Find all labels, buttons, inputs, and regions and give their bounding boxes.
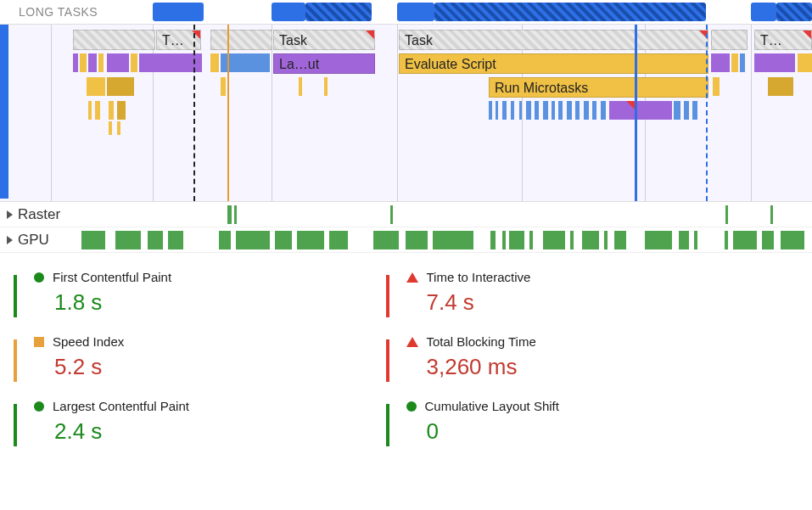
gpu-seg[interactable] (373, 231, 399, 249)
seg[interactable] (567, 101, 572, 120)
layout-segment[interactable]: La…ut (273, 53, 375, 74)
seg[interactable] (88, 53, 97, 72)
gpu-seg[interactable] (509, 231, 524, 249)
long-task-block[interactable] (776, 3, 812, 21)
long-task-block[interactable] (397, 3, 434, 21)
seg[interactable] (713, 77, 720, 96)
gpu-seg[interactable] (490, 231, 496, 249)
gpu-seg[interactable] (762, 231, 774, 249)
seg[interactable] (73, 53, 78, 72)
seg[interactable] (109, 101, 114, 120)
gpu-seg[interactable] (694, 231, 697, 249)
expand-icon[interactable] (7, 210, 13, 219)
seg[interactable] (711, 53, 730, 72)
long-task-block[interactable] (751, 3, 776, 21)
metric-lcp[interactable]: Largest Contentful Paint 2.4 s (34, 392, 406, 457)
gpu-seg[interactable] (529, 231, 533, 249)
metric-tti[interactable]: Time to Interactive 7.4 s (406, 263, 779, 328)
gpu-seg[interactable] (329, 231, 348, 249)
metric-fcp[interactable]: First Contentful Paint 1.8 s (34, 263, 406, 328)
gpu-seg[interactable] (733, 231, 757, 249)
seg[interactable] (768, 77, 793, 96)
long-task-block[interactable] (153, 3, 204, 21)
seg[interactable] (489, 101, 492, 120)
raster-label[interactable]: Raster (0, 206, 67, 223)
raster-seg[interactable] (390, 205, 393, 224)
seg[interactable] (592, 101, 596, 120)
gpu-seg[interactable] (236, 231, 270, 249)
seg[interactable] (609, 101, 635, 120)
gpu-seg[interactable] (725, 231, 728, 249)
seg[interactable] (107, 53, 129, 72)
seg[interactable] (87, 77, 105, 96)
gpu-seg[interactable] (679, 231, 689, 249)
seg[interactable] (107, 77, 134, 96)
seg[interactable] (636, 101, 672, 120)
raster-seg[interactable] (770, 205, 773, 224)
seg[interactable] (754, 53, 795, 72)
task-segment[interactable]: Task (399, 30, 708, 50)
task-segment[interactable] (73, 30, 155, 50)
gpu-seg[interactable] (168, 231, 183, 249)
seg[interactable] (798, 53, 812, 72)
seg[interactable] (88, 101, 92, 120)
seg[interactable] (80, 53, 87, 72)
gpu-seg[interactable] (645, 231, 672, 249)
seg[interactable] (511, 101, 514, 120)
seg[interactable] (496, 101, 498, 120)
gpu-seg[interactable] (570, 231, 574, 249)
gpu-seg[interactable] (115, 231, 141, 249)
seg[interactable] (98, 53, 104, 72)
seg[interactable] (552, 101, 555, 120)
seg[interactable] (584, 101, 589, 120)
gpu-track[interactable]: GPU (0, 227, 812, 253)
seg[interactable] (543, 101, 548, 120)
seg[interactable] (684, 101, 689, 120)
gpu-seg[interactable] (502, 231, 506, 249)
task-segment[interactable] (210, 30, 272, 50)
raster-seg[interactable] (227, 205, 232, 224)
gpu-seg[interactable] (148, 231, 163, 249)
seg[interactable] (139, 53, 202, 72)
seg[interactable] (692, 101, 697, 120)
task-segment[interactable]: T… (754, 30, 812, 50)
expand-icon[interactable] (7, 236, 13, 244)
gpu-seg[interactable] (297, 231, 324, 249)
gpu-seg[interactable] (275, 231, 292, 249)
seg[interactable] (324, 77, 328, 96)
seg[interactable] (117, 121, 120, 135)
evaluate-script-segment[interactable]: Evaluate Script (399, 53, 708, 74)
seg[interactable] (740, 53, 745, 72)
seg[interactable] (535, 101, 539, 120)
seg[interactable] (299, 77, 302, 96)
gpu-seg[interactable] (614, 231, 626, 249)
raster-seg[interactable] (725, 205, 728, 224)
seg[interactable] (558, 101, 563, 120)
gpu-seg[interactable] (582, 231, 599, 249)
seg[interactable] (519, 101, 522, 120)
gpu-seg[interactable] (81, 231, 105, 249)
gpu-seg[interactable] (433, 231, 473, 249)
seg[interactable] (601, 101, 606, 120)
seg[interactable] (117, 101, 126, 120)
seg[interactable] (526, 101, 531, 120)
long-task-block[interactable] (434, 3, 706, 21)
metric-cls[interactable]: Cumulative Layout Shift 0 (406, 392, 779, 457)
seg[interactable] (674, 101, 680, 120)
gpu-seg[interactable] (543, 231, 565, 249)
gpu-seg[interactable] (406, 231, 428, 249)
long-task-block[interactable] (305, 3, 372, 21)
seg[interactable] (221, 77, 226, 96)
gpu-label[interactable]: GPU (0, 232, 56, 249)
seg[interactable] (731, 53, 738, 72)
raster-track[interactable]: Raster (0, 202, 812, 227)
seg[interactable] (210, 53, 219, 72)
metric-tbt[interactable]: Total Blocking Time 3,260 ms (406, 328, 779, 392)
metric-si[interactable]: Speed Index 5.2 s (34, 328, 406, 392)
seg[interactable] (109, 121, 112, 135)
run-microtasks-segment[interactable]: Run Microtasks (489, 77, 708, 98)
seg[interactable] (575, 101, 580, 120)
seg[interactable] (95, 101, 100, 120)
seg[interactable] (131, 53, 137, 72)
gpu-seg[interactable] (604, 231, 608, 249)
